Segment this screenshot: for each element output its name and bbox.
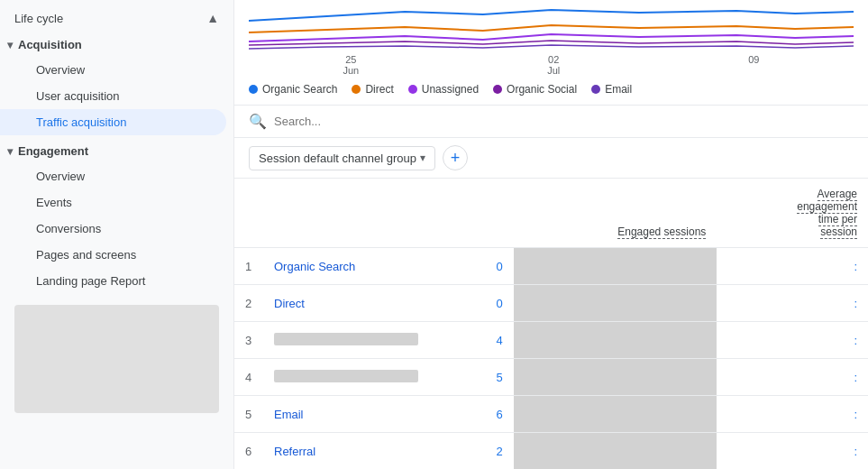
sidebar-item-traffic-acquisition[interactable]: Traffic acquisition [0,109,226,135]
direct-dot [352,85,361,94]
main-content: 25 Jun 02 Jul 09 Organic Search Direct [234,0,868,469]
row-6-name[interactable]: Referral [263,433,461,470]
sidebar-item-overview2[interactable]: Overview [0,163,226,189]
engagement-group: ▾ Engagement Overview Events Conversions… [0,139,233,294]
sidebar-item-events[interactable]: Events [0,189,226,216]
table-row: 2 Direct 0 : [234,285,868,322]
row-4-sessions: 5 [461,359,514,396]
col-header-rownum [234,179,263,248]
sidebar-item-landing-page[interactable]: Landing page Report [0,268,226,294]
row-1-sessions: 0 [461,248,514,285]
table-row: 6 Referral 2 : [234,433,868,470]
legend-organic-social-label: Organic Social [507,83,577,96]
row-4-num: 4 [234,359,263,396]
search-input[interactable] [274,115,854,128]
acquisition-group-title[interactable]: ▾ Acquisition [0,32,233,57]
table-container: Session default channel group ▾ + Engage… [234,138,868,469]
row-6-sessions: 2 [461,433,514,470]
engaged-sessions-col-label: Engaged sessions [617,225,706,239]
table-row: 1 Organic Search 0 : [234,248,868,285]
row-5-sessions: 6 [461,396,514,433]
unassigned-dot [408,85,417,94]
table-row: 4 5 : [234,359,868,396]
chart-x-labels: 25 Jun 02 Jul 09 [249,52,854,79]
lifecycle-section-header: Life cycle ▲ [0,0,233,32]
row-1-name[interactable]: Organic Search [263,248,461,285]
table-row: 5 Email 6 : [234,396,868,433]
organic-social-dot [493,85,502,94]
data-table: Engaged sessions Averageengagementtime p… [234,179,868,469]
chart-legend: Organic Search Direct Unassigned Organic… [249,79,854,101]
sidebar-ad-placeholder [14,305,219,413]
search-icon: 🔍 [249,113,267,130]
dimension-chevron-icon: ▾ [420,152,425,164]
row-5-num: 5 [234,396,263,433]
x-label-02jul: 02 Jul [547,54,560,76]
chart-svg [249,7,854,52]
x-label-09: 09 [748,54,759,76]
sidebar-item-overview1[interactable]: Overview [0,57,226,83]
acquisition-group-label: Acquisition [18,38,82,51]
col-header-sessions [461,179,514,248]
row-3-sessions: 4 [461,322,514,359]
row-3-num: 3 [234,322,263,359]
search-bar: 🔍 [234,106,868,138]
table-controls: Session default channel group ▾ + [234,138,868,179]
row-3-name-block [274,333,418,345]
row-2-name[interactable]: Direct [263,285,461,322]
row-4-avg: : [717,359,868,396]
legend-email-label: Email [605,83,632,96]
row-1-avg: : [717,248,868,285]
col-header-name [263,179,461,248]
sidebar: Life cycle ▲ ▾ Acquisition Overview User… [0,0,234,469]
row-5-name[interactable]: Email [263,396,461,433]
legend-organic-search: Organic Search [249,83,337,96]
email-dot [591,85,600,94]
row-4-name[interactable] [263,359,461,396]
legend-organic-search-label: Organic Search [262,83,337,96]
table-row: 3 4 : [234,322,868,359]
legend-email: Email [591,83,632,96]
dimension-selector[interactable]: Session default channel group ▾ [249,146,435,170]
engagement-chevron-icon: ▾ [7,145,13,158]
row-5-engaged [514,396,717,433]
lifecycle-collapse-icon[interactable]: ▲ [206,11,219,25]
col-header-engaged-sessions: Engaged sessions [514,179,717,248]
legend-direct-label: Direct [365,83,393,96]
lifecycle-label: Life cycle [14,12,63,25]
row-4-engaged [514,359,717,396]
row-3-name[interactable] [263,322,461,359]
legend-direct: Direct [352,83,393,96]
legend-unassigned: Unassigned [408,83,479,96]
row-2-engaged [514,285,717,322]
row-5-avg: : [717,396,868,433]
legend-unassigned-label: Unassigned [422,83,479,96]
table-header-row: Engaged sessions Averageengagementtime p… [234,179,868,248]
dimension-selector-label: Session default channel group [259,152,416,165]
row-3-engaged [514,322,717,359]
add-dimension-button[interactable]: + [443,145,468,170]
chart-canvas [249,7,854,52]
acquisition-group: ▾ Acquisition Overview User acquisition … [0,32,233,135]
avg-engagement-col-label: Averageengagementtime persession [797,188,857,239]
row-4-name-block [274,370,418,382]
acquisition-chevron-icon: ▾ [7,39,13,51]
organic-search-dot [249,85,258,94]
chart-area: 25 Jun 02 Jul 09 Organic Search Direct [234,0,868,106]
row-2-num: 2 [234,285,263,322]
row-6-avg: : [717,433,868,470]
sidebar-item-user-acquisition[interactable]: User acquisition [0,83,226,109]
row-2-sessions: 0 [461,285,514,322]
engagement-group-label: Engagement [18,144,88,158]
row-1-engaged [514,248,717,285]
row-6-engaged [514,433,717,470]
col-header-avg-engagement: Averageengagementtime persession [717,179,868,248]
row-3-avg: : [717,322,868,359]
row-6-num: 6 [234,433,263,470]
engagement-group-title[interactable]: ▾ Engagement [0,139,233,163]
legend-organic-social: Organic Social [493,83,577,96]
x-label-25jun: 25 Jun [343,54,359,76]
row-2-avg: : [717,285,868,322]
sidebar-item-pages-screens[interactable]: Pages and screens [0,242,226,268]
sidebar-item-conversions[interactable]: Conversions [0,216,226,242]
